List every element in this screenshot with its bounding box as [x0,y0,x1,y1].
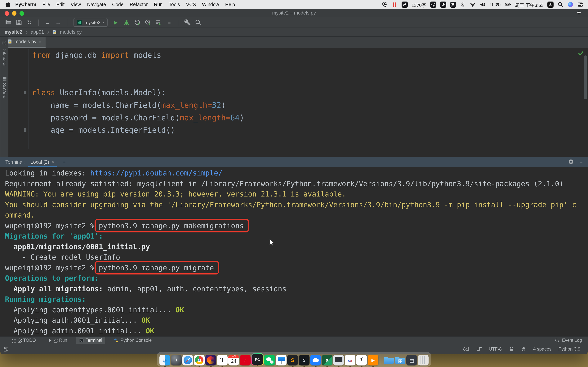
battery-icon[interactable] [505,1,511,8]
open-icon[interactable] [4,18,12,26]
minimize-window-button[interactable] [12,11,17,16]
fold-marker-icon[interactable] [24,91,26,94]
profiler-button[interactable] [144,18,152,26]
siri-icon[interactable] [567,1,573,8]
terminal-output[interactable]: Looking in indexes: https://pypi.douban.… [0,167,588,336]
dock-netease-music[interactable] [240,355,251,366]
tool-window-button-4-run[interactable]: 4: Run [44,337,70,344]
dock-pen-app[interactable] [356,355,367,366]
run-button[interactable]: ▶ [112,18,120,26]
breadcrumb-item-app01[interactable]: app01 [31,29,44,35]
status-utf-8[interactable]: UTF-8 [489,346,502,352]
dock-sublime-text[interactable] [287,355,298,366]
emoji-icon[interactable] [430,1,436,8]
status-lf[interactable]: LF [476,346,482,352]
fold-marker-icon[interactable] [24,128,26,132]
dock-typora[interactable] [217,355,228,366]
tool-window-button-python-console[interactable]: Python Console [111,337,155,344]
terminal-tab-local[interactable]: Local (2) × [29,157,55,167]
mic-icon[interactable] [440,1,446,8]
sync-icon[interactable]: ↻ [25,18,34,26]
zoom-window-button[interactable] [19,11,24,16]
plus-icon[interactable]: + [576,10,582,16]
menu-status-text[interactable]: 周三 下午3:53 [515,1,544,8]
back-icon[interactable]: ← [43,18,52,26]
wrench-icon[interactable] [183,18,192,26]
title-bar[interactable]: mysite2 – models.py + [0,9,588,17]
input-method-badge[interactable]: 英 [450,2,456,8]
menu-status-text[interactable]: 1370字 [412,1,426,8]
menu-item-edit[interactable]: Edit [56,2,64,7]
menu-item-file[interactable]: File [43,2,50,7]
menu-item-view[interactable]: View [71,2,81,7]
close-icon[interactable]: × [52,160,54,164]
apple-menu-icon[interactable] [5,1,11,8]
dock-folder-windows[interactable] [395,355,406,366]
close-icon[interactable]: × [39,39,41,44]
menu-item-navigate[interactable]: Navigate [87,2,106,7]
dock-finder[interactable] [159,355,170,366]
tool-button-sciview[interactable]: SciView [2,76,7,99]
tool-button-database[interactable]: Database [2,41,7,66]
run-configuration-select[interactable]: dj mysite2 ▾ [73,18,108,27]
bluetooth-icon[interactable] [459,1,466,8]
dock-firefox[interactable] [205,355,216,366]
dock-iterm[interactable] [299,355,310,366]
sogou-icon[interactable]: S [547,1,553,8]
status-python-3-9[interactable]: Python 3.9 [558,346,580,352]
event-log-button[interactable]: Event Log [555,338,588,343]
record-icon[interactable] [392,1,398,8]
dock-remote-desktop[interactable] [333,355,344,366]
menu-item-help[interactable]: Help [225,2,235,7]
editor-body[interactable]: 1from django.db import models234class Us… [0,49,588,157]
search-everywhere-icon[interactable] [194,18,202,26]
hide-tool-windows-icon[interactable] [3,346,9,352]
menu-item-window[interactable]: Window [202,2,219,7]
inspections-profile-icon[interactable] [521,346,526,352]
menu-status-text[interactable]: 100% [489,2,501,7]
editor-scrollbar[interactable] [584,55,587,100]
dock-calendar[interactable] [228,355,239,366]
dock-wechat[interactable] [264,355,275,366]
wing-icon[interactable] [402,1,408,8]
dock-launchpad[interactable] [171,355,182,366]
close-window-button[interactable] [5,11,9,16]
dock-dingtalk[interactable] [310,355,321,366]
wifi-icon[interactable] [469,1,476,8]
status-4-spaces[interactable]: 4 spaces [533,346,552,352]
menu-item-code[interactable]: Code [112,2,124,7]
tool-window-button-terminal[interactable]: Terminal [76,337,105,344]
lock-icon[interactable] [509,346,514,352]
dock-safari[interactable] [182,355,193,366]
tool-window-button-6-todo[interactable]: 6: TODO [9,337,39,344]
dock-excel[interactable] [322,355,332,366]
rings-icon[interactable] [382,1,388,8]
dock-infinity-app[interactable] [345,355,355,366]
volume-icon[interactable] [479,1,486,8]
dock-stacks[interactable] [406,355,417,366]
dock-chrome[interactable] [194,355,205,366]
run-with-button[interactable] [155,18,163,26]
save-all-icon[interactable] [15,18,23,26]
search-menu-icon[interactable] [557,1,563,8]
run-with-coverage-button[interactable] [133,18,141,26]
new-terminal-session-icon[interactable]: + [62,159,66,165]
dock-video-app[interactable] [368,355,378,366]
dock-folder-downloads[interactable] [383,355,394,366]
status-8-1[interactable]: 8:1 [463,346,469,352]
menu-item-vcs[interactable]: VCS [186,2,196,7]
menu-item-run[interactable]: Run [154,2,163,7]
stop-button[interactable]: ■ [165,18,173,26]
control-center-icon[interactable] [577,1,583,8]
dock-pycharm[interactable] [251,353,264,366]
tab-models-py[interactable]: models.py × [3,37,45,48]
dock-keynote[interactable] [276,355,286,366]
gear-icon[interactable] [568,159,574,165]
dock-trash[interactable] [418,355,429,366]
breadcrumb-item-mysite2[interactable]: mysite2 [5,29,22,35]
breadcrumb-item-models.py[interactable]: models.py [60,29,82,35]
menu-item-refactor[interactable]: Refactor [130,2,148,7]
hide-panel-icon[interactable]: − [579,159,583,165]
forward-icon[interactable]: → [54,18,62,26]
debug-button[interactable] [122,18,131,26]
